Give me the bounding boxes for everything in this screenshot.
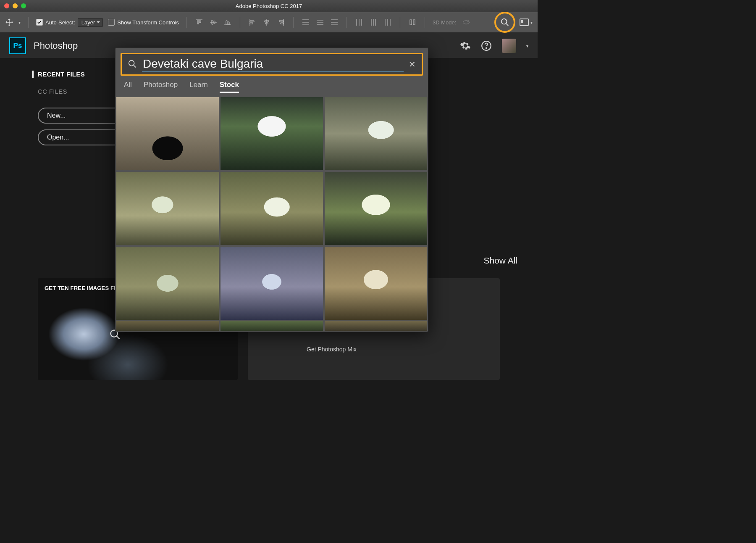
options-bar: ▾ Auto-Select: Layer Show Transform Cont… <box>0 12 538 33</box>
svg-rect-1 <box>413 20 415 25</box>
distribute-vcenter-icon[interactable] <box>315 18 325 27</box>
product-name: Photoshop <box>34 40 78 51</box>
preferences-gear-icon[interactable] <box>460 40 471 51</box>
stock-result-thumb[interactable] <box>325 172 427 245</box>
align-right-edges-icon[interactable] <box>276 18 286 27</box>
close-window-button[interactable] <box>4 3 9 8</box>
align-vertical-centers-icon[interactable] <box>209 18 218 27</box>
auto-align-icon[interactable] <box>408 18 417 27</box>
search-tab-stock[interactable]: Stock <box>220 81 239 93</box>
svg-point-8 <box>129 60 134 66</box>
divider <box>346 17 347 28</box>
distribute-bottom-icon[interactable] <box>330 18 339 27</box>
search-icon <box>128 59 137 70</box>
svg-point-2 <box>463 21 470 24</box>
screen-mode-switcher[interactable]: ▾ <box>520 18 533 26</box>
stock-result-thumb[interactable] <box>220 247 323 320</box>
tutorial-highlight-ring <box>494 12 515 33</box>
stock-result-thumb[interactable] <box>116 97 219 170</box>
account-menu-chevron-icon[interactable]: ▾ <box>526 44 528 48</box>
stock-result-thumb[interactable] <box>116 247 219 320</box>
stock-result-thumb[interactable] <box>325 321 427 331</box>
window-titlebar: Adobe Photoshop CC 2017 <box>0 0 538 12</box>
zoom-window-button[interactable] <box>21 3 26 8</box>
mode-3d-label: 3D Mode: <box>433 19 456 26</box>
svg-point-6 <box>486 47 487 48</box>
stock-result-thumb[interactable] <box>220 97 323 170</box>
stock-result-thumb[interactable] <box>116 321 219 331</box>
show-all-link[interactable]: Show All <box>483 256 517 266</box>
stock-results-grid <box>116 96 428 321</box>
stock-result-thumb[interactable] <box>325 247 427 320</box>
stock-results-grid-overflow <box>116 321 428 332</box>
window-title: Adobe Photoshop CC 2017 <box>0 3 538 9</box>
auto-select-checkbox[interactable] <box>36 19 43 26</box>
divider <box>425 17 425 28</box>
show-transform-label: Show Transform Controls <box>117 19 179 26</box>
auto-select-label: Auto-Select: <box>45 19 75 26</box>
distribute-left-icon[interactable] <box>354 18 364 27</box>
stock-result-thumb[interactable] <box>220 321 323 331</box>
stock-result-thumb[interactable] <box>325 97 427 170</box>
align-left-edges-icon[interactable] <box>248 18 257 27</box>
search-tab-all[interactable]: All <box>124 81 132 93</box>
account-avatar[interactable] <box>502 39 516 53</box>
search-input[interactable] <box>142 57 404 72</box>
in-app-search-panel: ✕ All Photoshop Learn Stock <box>115 47 428 332</box>
search-scope-tabs: All Photoshop Learn Stock <box>116 81 428 96</box>
stock-result-thumb[interactable] <box>220 172 323 245</box>
help-icon[interactable] <box>481 40 492 51</box>
auto-select-option[interactable]: Auto-Select: Layer <box>36 18 103 27</box>
auto-select-target-dropdown[interactable]: Layer <box>78 18 103 27</box>
show-transform-checkbox[interactable] <box>108 19 115 26</box>
stock-result-thumb[interactable] <box>116 172 219 245</box>
search-tab-learn[interactable]: Learn <box>189 81 207 93</box>
divider <box>293 17 294 28</box>
align-horizontal-centers-icon[interactable] <box>262 18 271 27</box>
clear-search-icon[interactable]: ✕ <box>409 59 416 69</box>
tool-preset-dropdown[interactable]: ▾ <box>18 20 21 25</box>
divider <box>28 17 29 28</box>
screen-mode-icon <box>520 18 529 26</box>
distribute-right-icon[interactable] <box>383 18 392 27</box>
search-tab-photoshop[interactable]: Photoshop <box>144 81 178 93</box>
divider <box>400 17 400 28</box>
minimize-window-button[interactable] <box>13 3 18 8</box>
svg-rect-0 <box>410 20 412 25</box>
distribute-hcenter-icon[interactable] <box>369 18 378 27</box>
orbit-3d-icon[interactable] <box>461 17 471 27</box>
align-bottom-edges-icon[interactable] <box>223 18 232 27</box>
divider <box>240 17 240 28</box>
app-search-button[interactable] <box>495 13 514 32</box>
move-tool-icon[interactable] <box>5 18 13 26</box>
show-transform-option[interactable]: Show Transform Controls <box>108 19 179 26</box>
promo-cta: Get Photoshop Mix <box>307 346 493 353</box>
distribute-top-icon[interactable] <box>301 18 310 27</box>
photoshop-logo-icon: Ps <box>9 37 26 54</box>
search-field-highlight: ✕ <box>121 53 423 76</box>
divider <box>186 17 187 28</box>
align-top-edges-icon[interactable] <box>194 18 204 27</box>
